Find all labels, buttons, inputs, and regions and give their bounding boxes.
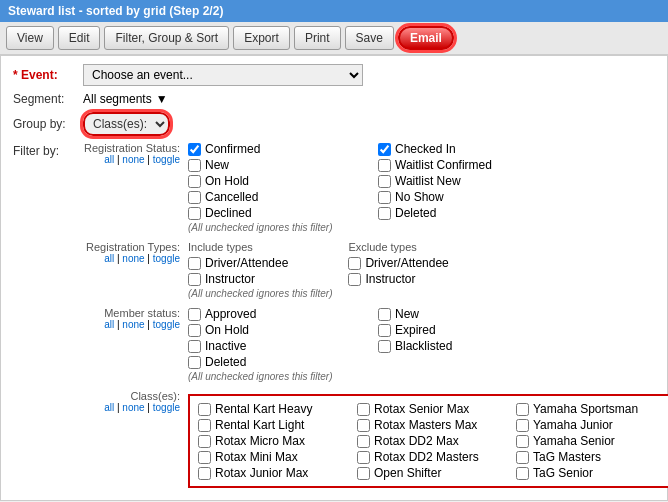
member-status-links: all | none | toggle — [83, 319, 180, 330]
checkbox-rotax-senior-max[interactable]: Rotax Senior Max — [357, 402, 512, 416]
checkbox-rotax-junior-max[interactable]: Rotax Junior Max — [198, 466, 353, 480]
checkbox-confirmed[interactable]: Confirmed — [188, 142, 368, 156]
checkbox-no-show[interactable]: No Show — [378, 190, 558, 204]
reg-types-all-link[interactable]: all — [104, 253, 114, 264]
member-status-toggle-link[interactable]: toggle — [153, 319, 180, 330]
checkbox-new-member[interactable]: New — [378, 307, 558, 321]
reg-types-links: all | none | toggle — [83, 253, 180, 264]
exclude-types-group: Exclude types Driver/Attendee Instructor — [348, 241, 448, 286]
member-status-title: Member status: — [83, 307, 180, 319]
group-by-select[interactable]: Class(es): — [83, 112, 170, 136]
reg-types-note: (All unchecked ignores this filter) — [188, 288, 668, 299]
print-button[interactable]: Print — [294, 26, 341, 50]
member-status-section: Member status: all | none | toggle Appro… — [83, 307, 668, 386]
exclude-types-title: Exclude types — [348, 241, 448, 253]
reg-status-links: all | none | toggle — [83, 154, 180, 165]
checkbox-rotax-mini-max[interactable]: Rotax Mini Max — [198, 450, 353, 464]
checkbox-new-status[interactable]: New — [188, 158, 368, 172]
edit-button[interactable]: Edit — [58, 26, 101, 50]
reg-types-checkboxes: Include types Driver/Attendee Instructor… — [188, 241, 668, 303]
member-status-none-link[interactable]: none — [122, 319, 144, 330]
reg-status-note: (All unchecked ignores this filter) — [188, 222, 668, 233]
filter-by-label: Filter by: — [13, 142, 83, 158]
classes-all-link[interactable]: all — [104, 402, 114, 413]
toolbar: View Edit Filter, Group & Sort Export Pr… — [0, 22, 668, 55]
reg-status-all-link[interactable]: all — [104, 154, 114, 165]
view-button[interactable]: View — [6, 26, 54, 50]
checkbox-rental-kart-light[interactable]: Rental Kart Light — [198, 418, 353, 432]
reg-status-title: Registration Status: — [83, 142, 180, 154]
reg-status-none-link[interactable]: none — [122, 154, 144, 165]
email-button[interactable]: Email — [398, 26, 454, 50]
event-row: * Event: Choose an event... — [13, 64, 655, 86]
classes-section: Class(es): all | none | toggle Rental Ka — [83, 390, 668, 488]
save-button[interactable]: Save — [345, 26, 394, 50]
checkbox-on-hold[interactable]: On Hold — [188, 174, 368, 188]
checkbox-rotax-masters-max[interactable]: Rotax Masters Max — [357, 418, 512, 432]
reg-status-toggle-link[interactable]: toggle — [153, 154, 180, 165]
segment-value: All segments — [83, 92, 152, 106]
checkbox-deleted-status[interactable]: Deleted — [378, 206, 558, 220]
checkbox-cancelled[interactable]: Cancelled — [188, 190, 368, 204]
checkbox-rotax-dd2-max[interactable]: Rotax DD2 Max — [357, 434, 512, 448]
reg-types-none-link[interactable]: none — [122, 253, 144, 264]
classes-links: all | none | toggle — [83, 402, 180, 413]
member-status-checkboxes: Approved New On Hold Expired Inactiv — [188, 307, 668, 386]
checkbox-waitlist-confirmed[interactable]: Waitlist Confirmed — [378, 158, 558, 172]
checkbox-deleted-member[interactable]: Deleted — [188, 355, 368, 369]
checkbox-yamaha-junior[interactable]: Yamaha Junior — [516, 418, 668, 432]
classes-checkboxes: Rental Kart Heavy Rotax Senior Max Yamah… — [188, 390, 668, 488]
exclude-driver-attendee[interactable]: Driver/Attendee — [348, 256, 448, 270]
registration-types-section: Registration Types: all | none | toggle … — [83, 241, 668, 303]
checkbox-yamaha-senior[interactable]: Yamaha Senior — [516, 434, 668, 448]
export-button[interactable]: Export — [233, 26, 290, 50]
reg-status-checkboxes: Confirmed Checked In New Waitlist Confir… — [188, 142, 668, 237]
member-status-all-link[interactable]: all — [104, 319, 114, 330]
group-by-label: Group by: — [13, 117, 83, 131]
checkbox-rotax-micro-max[interactable]: Rotax Micro Max — [198, 434, 353, 448]
member-status-note: (All unchecked ignores this filter) — [188, 371, 668, 382]
checkbox-inactive[interactable]: Inactive — [188, 339, 368, 353]
checkbox-checked-in[interactable]: Checked In — [378, 142, 558, 156]
checkbox-tag-masters[interactable]: TaG Masters — [516, 450, 668, 464]
group-by-row: Group by: Class(es): — [13, 112, 655, 136]
checkbox-blacklisted[interactable]: Blacklisted — [378, 339, 558, 353]
checkbox-on-hold-member[interactable]: On Hold — [188, 323, 368, 337]
classes-none-link[interactable]: none — [122, 402, 144, 413]
filter-button[interactable]: Filter, Group & Sort — [104, 26, 229, 50]
include-types-group: Include types Driver/Attendee Instructor — [188, 241, 288, 286]
checkbox-rotax-dd2-masters[interactable]: Rotax DD2 Masters — [357, 450, 512, 464]
event-select[interactable]: Choose an event... — [83, 64, 363, 86]
event-label: * Event: — [13, 68, 83, 82]
classes-toggle-link[interactable]: toggle — [153, 402, 180, 413]
reg-types-title: Registration Types: — [83, 241, 180, 253]
include-driver-attendee[interactable]: Driver/Attendee — [188, 256, 288, 270]
exclude-instructor[interactable]: Instructor — [348, 272, 448, 286]
include-instructor[interactable]: Instructor — [188, 272, 288, 286]
checkbox-open-shifter[interactable]: Open Shifter — [357, 466, 512, 480]
checkbox-rental-kart-heavy[interactable]: Rental Kart Heavy — [198, 402, 353, 416]
checkbox-waitlist-new[interactable]: Waitlist New — [378, 174, 558, 188]
registration-status-section: Registration Status: all | none | toggle… — [83, 142, 668, 237]
segment-dropdown-icon[interactable]: ▼ — [156, 92, 168, 106]
segment-label: Segment: — [13, 92, 83, 106]
checkbox-expired[interactable]: Expired — [378, 323, 558, 337]
checkbox-approved[interactable]: Approved — [188, 307, 368, 321]
checkbox-yamaha-sportsman[interactable]: Yamaha Sportsman — [516, 402, 668, 416]
classes-title: Class(es): — [83, 390, 180, 402]
checkbox-declined[interactable]: Declined — [188, 206, 368, 220]
page-title: Steward list - sorted by grid (Step 2/2) — [8, 4, 223, 18]
include-types-title: Include types — [188, 241, 288, 253]
title-bar: Steward list - sorted by grid (Step 2/2) — [0, 0, 668, 22]
segment-row: Segment: All segments ▼ — [13, 92, 655, 106]
reg-types-toggle-link[interactable]: toggle — [153, 253, 180, 264]
checkbox-tag-senior[interactable]: TaG Senior — [516, 466, 668, 480]
